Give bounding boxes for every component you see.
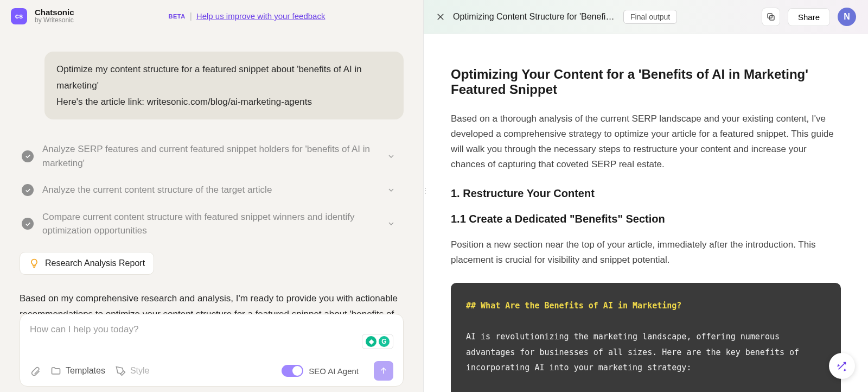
doc-heading-1: Optimizing Your Content for a 'Benefits … <box>451 67 841 97</box>
assistant-message: Based on my comprehensive research and a… <box>20 291 404 314</box>
brand-subtitle: by Writesonic <box>35 17 74 24</box>
composer-wrap: ◆ G Templates Style <box>0 314 423 392</box>
chevron-down-icon[interactable] <box>385 150 397 162</box>
step-label: Analyze the current content structure of… <box>42 183 376 197</box>
brand-logo: cs <box>11 8 27 24</box>
step-label: Analyze SERP features and current featur… <box>42 142 376 170</box>
user-prompt-bubble: Optimize my content structure for a feat… <box>44 52 404 119</box>
share-button[interactable]: Share <box>788 8 830 26</box>
composer: ◆ G Templates Style <box>20 314 404 387</box>
code-heading: ## What Are the Benefits of AI in Market… <box>466 301 681 311</box>
chat-pane: cs Chatsonic by Writesonic BETA | Help u… <box>0 0 423 392</box>
check-icon <box>22 184 34 196</box>
document-body[interactable]: Optimizing Your Content for a 'Benefits … <box>424 34 868 392</box>
splitter-handle[interactable]: ⋮ <box>422 190 429 192</box>
doc-heading-3: 1.1 Create a Dedicated "Benefits" Sectio… <box>451 213 841 225</box>
step-row[interactable]: Analyze SERP features and current featur… <box>20 136 404 176</box>
chevron-down-icon[interactable] <box>385 218 397 230</box>
grammarly-icon[interactable]: G <box>379 336 390 347</box>
prompt-text-line: Here's the article link: writesonic.com/… <box>56 94 392 110</box>
composer-toolbar: Templates Style SEO AI Agent <box>30 361 393 381</box>
doc-paragraph: Position a new section near the top of y… <box>451 237 841 268</box>
send-button[interactable] <box>374 361 393 381</box>
doc-heading-2: 1. Restructure Your Content <box>451 187 841 200</box>
chat-scroll[interactable]: Optimize my content structure for a feat… <box>0 30 423 314</box>
code-block: ## What Are the Benefits of AI in Market… <box>451 283 841 392</box>
document-header: Optimizing Content Structure for 'Benefi… <box>424 0 868 34</box>
feedback-link[interactable]: Help us improve with your feedback <box>196 11 326 21</box>
doc-paragraph: Based on a thorough analysis of the curr… <box>451 111 841 172</box>
folder-icon <box>50 365 61 376</box>
brand-block: Chatsonic by Writesonic <box>35 8 74 24</box>
avatar[interactable]: N <box>838 8 856 26</box>
separator: | <box>190 11 192 21</box>
chevron-down-icon[interactable] <box>385 184 397 196</box>
templates-label: Templates <box>66 366 105 376</box>
brand-name: Chatsonic <box>35 8 74 17</box>
templates-button[interactable]: Templates <box>50 365 105 376</box>
chip-label: Research Analysis Report <box>45 258 145 268</box>
lightbulb-icon <box>29 258 40 269</box>
final-output-chip[interactable]: Final output <box>623 10 677 24</box>
chat-input[interactable] <box>30 324 393 335</box>
check-icon <box>22 150 34 162</box>
extension-badges: ◆ G <box>362 334 393 349</box>
step-label: Compare current content structure with f… <box>42 210 376 238</box>
left-header: cs Chatsonic by Writesonic BETA | Help u… <box>0 0 423 30</box>
pen-icon <box>115 365 126 376</box>
toggle-label: SEO AI Agent <box>309 366 359 376</box>
beta-badge: BETA <box>169 13 186 20</box>
research-report-chip[interactable]: Research Analysis Report <box>20 252 154 275</box>
copy-button[interactable] <box>762 8 780 26</box>
seo-agent-toggle[interactable]: SEO AI Agent <box>282 365 359 377</box>
step-row[interactable]: Compare current content structure with f… <box>20 204 404 244</box>
style-button[interactable]: Style <box>115 365 150 376</box>
attachment-icon[interactable] <box>30 365 41 376</box>
prompt-text-line: Optimize my content structure for a feat… <box>56 61 392 94</box>
close-icon[interactable] <box>436 12 445 22</box>
magic-fab[interactable] <box>829 353 855 379</box>
toggle-switch[interactable] <box>282 365 303 377</box>
extension-icon[interactable]: ◆ <box>366 336 376 347</box>
check-icon <box>22 218 34 230</box>
code-body: AI is revolutionizing the marketing land… <box>466 332 804 372</box>
document-pane: ⋮ Optimizing Content Structure for 'Bene… <box>423 0 868 392</box>
style-label: Style <box>130 366 150 376</box>
document-title: Optimizing Content Structure for 'Benefi… <box>453 12 616 22</box>
step-row[interactable]: Analyze the current content structure of… <box>20 176 404 204</box>
